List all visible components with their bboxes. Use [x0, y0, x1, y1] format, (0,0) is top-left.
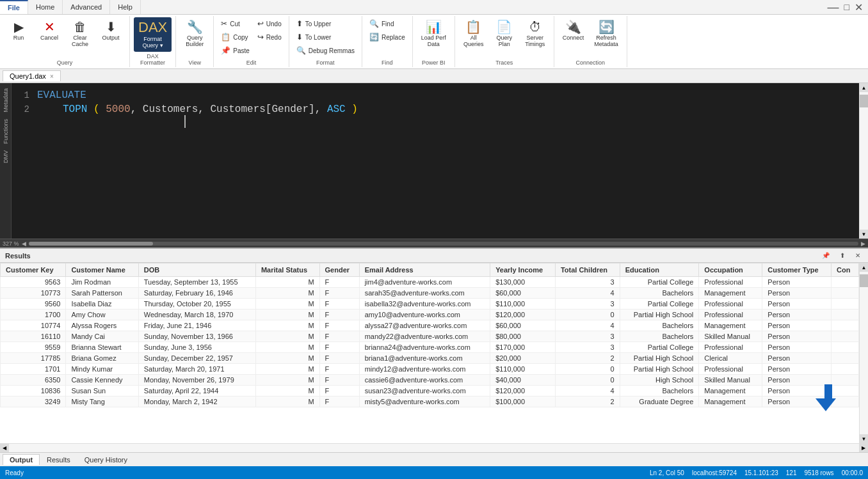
table-row[interactable]: 9559Brianna StewartSunday, June 3, 1956M…: [1, 342, 859, 353]
side-tab-functions[interactable]: Functions: [1, 116, 10, 146]
copy-button[interactable]: 📋Copy: [218, 31, 253, 43]
table-row[interactable]: 6350Cassie KennedyMonday, November 26, 1…: [1, 375, 859, 386]
bottom-tab-results[interactable]: Results: [40, 454, 77, 466]
table-row[interactable]: 9563Jim RodmanTuesday, September 13, 195…: [1, 277, 859, 288]
results-vscroll-down[interactable]: ▼: [860, 434, 868, 443]
col-gender[interactable]: Gender: [319, 263, 359, 277]
table-cell: 9560: [1, 299, 66, 310]
download-shaft: [824, 384, 832, 398]
results-hscroll-right[interactable]: ▶: [859, 444, 868, 452]
table-cell: Mandy Cai: [66, 331, 138, 342]
col-total-children[interactable]: Total Children: [555, 263, 620, 277]
redo-button[interactable]: ↪Redo: [254, 31, 285, 43]
tab-help[interactable]: Help: [110, 0, 141, 14]
paste-button[interactable]: 📌Paste: [218, 44, 253, 57]
table-cell: misty5@adventure-works.com: [359, 397, 490, 407]
query-tab-close[interactable]: ×: [50, 73, 54, 80]
col-yearly-income[interactable]: Yearly Income: [490, 263, 556, 277]
table-cell: Person: [762, 386, 832, 397]
results-float[interactable]: ⬆: [837, 251, 848, 260]
results-hscrollbar[interactable]: ◀ ▶: [0, 443, 868, 452]
clear-cache-button[interactable]: 🗑 ClearCache: [65, 17, 95, 51]
table-cell: [831, 364, 858, 375]
table-row[interactable]: 9560Isabella DiazThursday, October 20, 1…: [1, 299, 859, 310]
query-builder-button[interactable]: 🔧 QueryBuilder: [180, 17, 209, 51]
to-lower-button[interactable]: ⬇To Lower: [293, 31, 358, 43]
col-customer-type[interactable]: Customer Type: [762, 263, 832, 277]
results-hscroll-track[interactable]: [9, 444, 859, 452]
tab-file[interactable]: File: [0, 0, 28, 14]
server-timings-button[interactable]: ⏱ ServerTimings: [520, 17, 550, 51]
table-cell: M: [255, 364, 319, 375]
col-email[interactable]: Email Address: [359, 263, 490, 277]
results-vscroll-thumb[interactable]: [860, 274, 868, 287]
hscroll-track[interactable]: [29, 242, 858, 246]
col-education[interactable]: Education: [620, 263, 699, 277]
table-cell: M: [255, 288, 319, 299]
code-editor[interactable]: 1 EVALUATE 2 TOPN ( 5000, Customers, Cus…: [12, 83, 859, 239]
hscroll-thumb[interactable]: [29, 242, 153, 246]
replace-icon: 🔄: [369, 33, 379, 42]
table-row[interactable]: 16110Mandy CaiSunday, November 13, 1966M…: [1, 331, 859, 342]
tab-advanced[interactable]: Advanced: [63, 0, 110, 14]
editor-vscrollbar[interactable]: ▲ ▼: [859, 83, 868, 239]
zoom-minus[interactable]: ◀: [22, 240, 26, 247]
bottom-tab-history[interactable]: Query History: [77, 454, 134, 466]
query-tab[interactable]: Query1.dax ×: [3, 70, 61, 81]
col-occupation[interactable]: Occupation: [699, 263, 762, 277]
undo-button[interactable]: ↩Undo: [254, 17, 285, 30]
col-con[interactable]: Con: [831, 263, 858, 277]
results-pin[interactable]: 📌: [819, 251, 832, 260]
output-button[interactable]: ⬇ Output: [96, 17, 125, 44]
load-perf-data-button[interactable]: 📊 Load PerfData: [417, 17, 451, 51]
run-button[interactable]: ▶ Run: [4, 17, 33, 44]
table-row[interactable]: 1700Amy ChowWednesday, March 18, 1970MFa…: [1, 310, 859, 320]
col-marital-status[interactable]: Marital Status: [255, 263, 319, 277]
results-close[interactable]: ✕: [853, 251, 863, 260]
table-cell: 3: [555, 342, 620, 353]
results-vscrollbar[interactable]: ▲ ▼: [859, 263, 868, 443]
cut-button[interactable]: ✂Cut: [218, 17, 253, 30]
to-lower-icon: ⬇: [296, 33, 303, 42]
debug-remmas-button[interactable]: 🔍Debug Remmas: [293, 44, 358, 57]
table-cell: Jim Rodman: [66, 277, 138, 288]
results-table: Customer Key Customer Name DOB Marital S…: [0, 263, 859, 407]
cancel-button[interactable]: ✕ Cancel: [35, 17, 64, 44]
table-row[interactable]: 10773Sarah PattersonSaturday, February 1…: [1, 288, 859, 299]
table-cell: Sarah Patterson: [66, 288, 138, 299]
to-upper-button[interactable]: ⬆To Upper: [293, 17, 358, 30]
table-row[interactable]: 17785Briana GomezSunday, December 22, 19…: [1, 353, 859, 364]
col-customer-key[interactable]: Customer Key: [1, 263, 66, 277]
vscroll-up[interactable]: ▲: [860, 83, 868, 92]
dax-formula-button[interactable]: DAX FormatQuery ▾: [134, 17, 172, 52]
vscroll-thumb[interactable]: [860, 95, 868, 107]
side-tab-metadata[interactable]: Metadata: [1, 86, 10, 115]
window-minimize[interactable]: —: [828, 0, 844, 14]
table-row[interactable]: 1701Mindy KumarSaturday, March 20, 1971M…: [1, 364, 859, 375]
ribbon-group-powerbi: 📊 Load PerfData Power BI: [413, 16, 455, 67]
status-server: localhost:59724: [692, 469, 737, 476]
results-hscroll-left[interactable]: ◀: [0, 444, 9, 452]
results-vscroll-up[interactable]: ▲: [860, 263, 868, 272]
query-plan-button[interactable]: 📄 QueryPlan: [490, 17, 519, 51]
col-customer-name[interactable]: Customer Name: [66, 263, 138, 277]
window-maximize[interactable]: □: [844, 0, 855, 14]
table-row[interactable]: 10774Alyssa RogersFriday, June 21, 1946M…: [1, 320, 859, 331]
vscroll-down[interactable]: ▼: [860, 230, 868, 239]
table-row[interactable]: 10836Susan SunSaturday, April 22, 1944MF…: [1, 386, 859, 397]
replace-button[interactable]: 🔄Replace: [366, 31, 408, 43]
tab-home[interactable]: Home: [28, 0, 63, 14]
window-close[interactable]: ✕: [855, 0, 868, 14]
side-tab-dmv[interactable]: DMV: [1, 148, 10, 166]
zoom-plus[interactable]: ▶: [861, 240, 865, 247]
bottom-tab-output[interactable]: Output: [3, 454, 40, 465]
results-table-container[interactable]: Customer Key Customer Name DOB Marital S…: [0, 263, 859, 443]
connect-button[interactable]: 🔌 Connect: [558, 17, 589, 44]
refresh-metadata-button[interactable]: 🔄 RefreshMetadata: [590, 17, 623, 51]
table-cell: M: [255, 331, 319, 342]
all-queries-button[interactable]: 📋 AllQueries: [459, 17, 488, 51]
find-button[interactable]: 🔍Find: [366, 17, 408, 30]
table-row[interactable]: 3249Misty TangMonday, March 2, 1942MFmis…: [1, 397, 859, 407]
results-header: Results 📌 ⬆ ✕: [0, 249, 868, 263]
col-dob[interactable]: DOB: [138, 263, 255, 277]
